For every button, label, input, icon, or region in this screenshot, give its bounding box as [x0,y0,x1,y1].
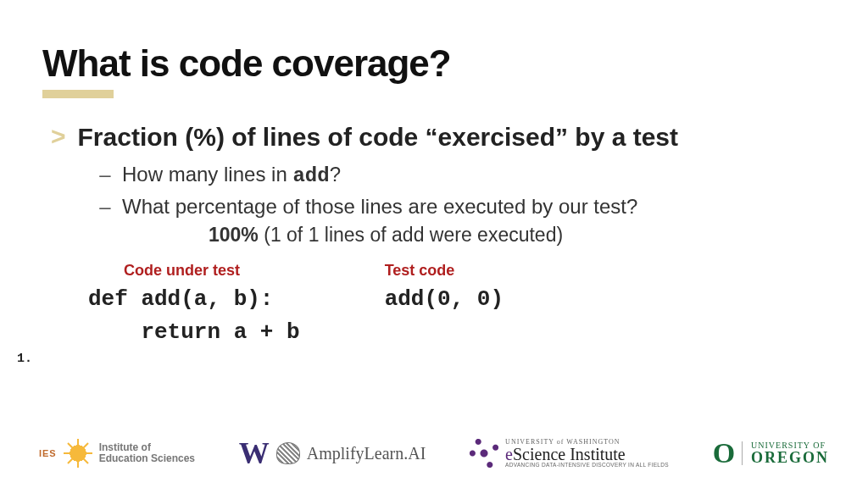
slide-content: > Fraction (%) of lines of code “exercis… [42,120,826,349]
logo-uw-amplify: W AmplifyLearn.AI [239,435,426,471]
amplify-text: AmplifyLearn.AI [307,444,426,463]
test-code-label: Test code [385,262,504,280]
escience-e: e [505,445,513,463]
answer-line: 100% (1 of 1 lines of add were executed) [209,224,826,247]
escience-m3: Institute [570,445,626,463]
escience-m2: Science [513,445,570,463]
sun-icon [64,439,92,468]
answer-rest: (1 of 1 lines of add were executed) [259,224,563,246]
code-under-test-col: Code under test def add(a, b): return a … [88,262,300,349]
answer-pct: 100% [209,224,259,246]
brain-icon [276,442,300,464]
slide-title: What is code coverage? [42,42,826,85]
dash-icon: – [98,159,112,190]
dash-icon: – [98,191,112,222]
code-under-test-label: Code under test [124,262,300,280]
sub1-code: add [292,164,329,187]
sub1-post: ? [330,163,341,186]
oregon-o-icon: O [713,437,735,469]
ies-line2: Education Sciences [99,452,195,464]
oregon-name: OREGON [751,450,829,465]
ies-line1: Institute of [99,441,151,453]
logo-ies: IES Institute of Education Sciences [39,439,195,468]
ies-abbrev: IES [39,448,57,458]
sub2-text: What percentage of those lines are execu… [122,191,637,222]
code-under-test-block: def add(a, b): return a + b [88,283,300,349]
logo-escience: UNIVERSITY of WASHINGTON eScience Instit… [470,439,669,469]
network-icon [470,439,498,468]
bullet-main: > Fraction (%) of lines of code “exercis… [51,120,826,154]
test-code-col: Test code add(0, 0) [385,262,504,349]
sub-bullet-2: – What percentage of those lines are exe… [98,191,826,222]
bullet-marker-icon: > [51,119,66,154]
escience-sub: ADVANCING DATA-INTENSIVE DISCOVERY IN AL… [505,463,669,469]
logo-oregon: O UNIVERSITY OF OREGON [713,437,829,469]
bullet-text: Fraction (%) of lines of code “exercised… [78,120,679,153]
title-underline [42,90,114,98]
logo-bar: IES Institute of Education Sciences W Am… [0,435,868,471]
sub1-pre: How many lines in [122,163,292,186]
sub-bullet-1: – How many lines in add? [98,159,826,191]
uw-w-icon: W [239,435,270,471]
line-number: 1. [17,352,32,366]
test-code-block: add(0, 0) [385,283,504,316]
